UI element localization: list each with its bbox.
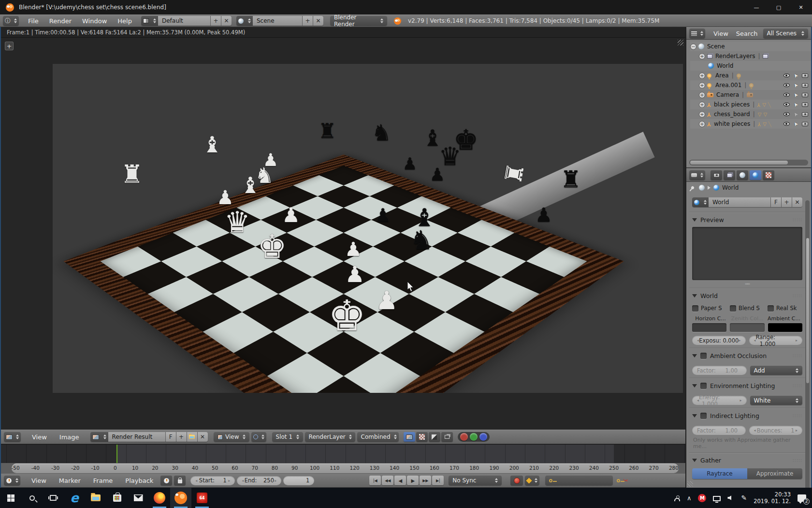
panel-grip-icon[interactable]: ::::: [793,458,802,463]
visibility-eye-icon[interactable] [783,103,790,106]
panel-grip-icon[interactable]: ::::: [793,293,802,298]
indirect-lighting-checkbox[interactable] [700,413,707,419]
edge-icon[interactable]: e [64,488,85,508]
environment-lighting-panel-header[interactable]: Environment Lighting ::::: [692,379,802,392]
ambient-color-swatch[interactable] [768,323,802,332]
selectability-pointer-icon[interactable]: ➤ [792,110,799,118]
gather-panel-header[interactable]: Gather ::::: [692,454,802,466]
expand-icon[interactable]: + [699,53,705,60]
red-app-icon[interactable]: 64 [191,488,213,508]
exposure-slider[interactable]: ◂ Exposu: 0.000 ▸ [692,336,746,345]
ambient-occlusion-checkbox[interactable] [700,353,707,359]
blender-splash-icon[interactable] [394,17,401,25]
outliner-item-white-pieces[interactable]: + Y white pieces | Y ▽ ╲ ➤ [690,119,811,129]
gather-approximate-button[interactable]: Approximate [747,468,802,479]
outliner-item-world[interactable]: World [690,61,811,71]
menu-window[interactable]: Window [77,17,112,25]
next-keyframe-button[interactable]: ▶▶ [420,476,431,485]
blender-taskbar-icon[interactable] [170,488,191,508]
people-icon[interactable] [674,498,680,501]
outliner-item-chess-board[interactable]: + Y chess_board | ▽ ▽ ➤ [690,109,811,119]
expand-icon[interactable]: + [699,92,705,98]
world-panel-header[interactable]: World ::::: [692,289,802,302]
outliner-horizontal-scrollbar[interactable] [689,160,808,165]
environment-lighting-checkbox[interactable] [700,383,707,389]
renderability-camera-icon[interactable] [802,93,808,97]
task-view-icon[interactable] [43,488,64,508]
menu-image[interactable]: Image [54,433,85,441]
ao-factor-slider[interactable]: Factor: 1.00 [692,366,747,375]
outliner-item-black-pieces[interactable]: + Y black pieces | Y ▽ ╲ ➤ [690,100,811,109]
outliner-item-renderlayers[interactable]: + RenderLayers | [690,51,811,61]
fake-user-button[interactable]: F [770,197,781,207]
blend-sky-checkbox[interactable] [730,305,736,312]
range-slider[interactable]: ◂ Range: 1.000 ▸ [749,336,803,345]
expand-icon[interactable]: + [699,82,705,89]
panel-grip-icon[interactable]: ::::: [793,383,802,388]
tab-scene[interactable] [737,170,748,180]
green-channel-button[interactable] [470,433,478,441]
pivot-selector[interactable] [251,432,266,442]
minimize-button[interactable]: — [745,0,768,15]
visibility-eye-icon[interactable] [783,112,790,116]
sync-mode-dropdown[interactable]: No Sync [449,476,502,485]
image-editor-canvas[interactable]: + ♜♝♟♞♟♝♛♚♟♟♟♚♟♜♜♞♝♚♛♟♟♜♟♝♞♟ [1,38,685,430]
menu-help[interactable]: Help [112,17,137,25]
image-name[interactable]: Render Result [108,432,165,442]
visibility-eye-icon[interactable] [783,93,790,97]
delete-scene-button[interactable]: ✕ [313,16,323,26]
gather-raytrace-button[interactable]: Raytrace [692,468,747,479]
world-name-field[interactable]: World [709,197,770,207]
render-engine-dropdown[interactable]: Blender Render [330,16,387,26]
jump-to-end-button[interactable]: ▶| [432,476,444,485]
outliner-scope-dropdown[interactable]: All Scenes [763,29,808,38]
add-layout-button[interactable]: + [210,16,221,26]
visibility-eye-icon[interactable] [783,83,790,87]
current-frame-field[interactable]: 1 [283,476,314,485]
image-editor-type-selector[interactable] [4,432,21,442]
horizon-color-swatch[interactable] [692,323,726,332]
alpha-checker-toggle[interactable] [416,432,428,442]
mail-icon[interactable] [128,488,149,508]
outliner-menu-view[interactable]: View [710,30,732,37]
timeline-menu-view[interactable]: View [26,477,52,484]
frame-end-field[interactable]: ◂ End: 250 ▸ [237,476,281,485]
action-center-icon[interactable]: 2 [798,494,806,502]
image-datablock[interactable]: Render Result F + ✕ [90,432,208,442]
properties-vertical-scrollbar[interactable] [805,200,810,488]
firefox-icon[interactable] [149,488,170,508]
delete-layout-button[interactable]: ✕ [221,16,232,26]
timeline-editor-type-selector[interactable] [4,476,20,485]
timeline-menu-marker[interactable]: Marker [54,477,86,484]
scene-selector[interactable]: Scene + ✕ [236,16,323,26]
add-scene-button[interactable]: + [302,16,313,26]
tab-render[interactable] [710,170,722,180]
tab-render-layers[interactable] [724,170,735,180]
mega-icon[interactable]: M [698,494,706,502]
play-button[interactable]: ▶ [407,476,419,485]
slot-dropdown[interactable]: Slot 1 [272,432,303,442]
open-image-button[interactable] [187,432,197,442]
properties-editor-type-selector[interactable] [689,170,705,180]
panel-resize-handle[interactable]: ══ [692,282,802,286]
pin-icon[interactable] [691,186,695,190]
outliner-item-scene[interactable]: − Scene [690,42,811,51]
env-energy-slider[interactable]: ◂ Energy: 1.000 ▸ [692,396,747,405]
visibility-eye-icon[interactable] [783,122,790,126]
env-color-dropdown[interactable]: White [750,396,803,405]
outliner-editor-type-selector[interactable] [689,29,705,38]
ambient-occlusion-panel-header[interactable]: Ambient Occlusion ::::: [692,349,802,362]
zenith-color-swatch[interactable] [730,323,764,332]
fake-user-button[interactable]: F [165,432,176,442]
contrast-toggle[interactable] [429,432,440,442]
indirect-lighting-panel-header[interactable]: Indirect Lighting ::::: [692,409,802,422]
panel-grip-icon[interactable]: ::::: [793,217,802,222]
taskbar-search-icon[interactable] [21,488,43,508]
view-mode-dropdown[interactable]: View [214,432,249,442]
update-times-toggle[interactable] [160,476,172,485]
expand-icon[interactable]: + [699,121,705,127]
frame-start-field[interactable]: ◂ Start: 1 ▸ [190,476,235,485]
open-region-button[interactable]: + [5,42,14,50]
bounces-slider[interactable]: ◂ Bounces: 1 ▸ [749,426,803,435]
timeline-menu-playback[interactable]: Playback [120,477,159,484]
